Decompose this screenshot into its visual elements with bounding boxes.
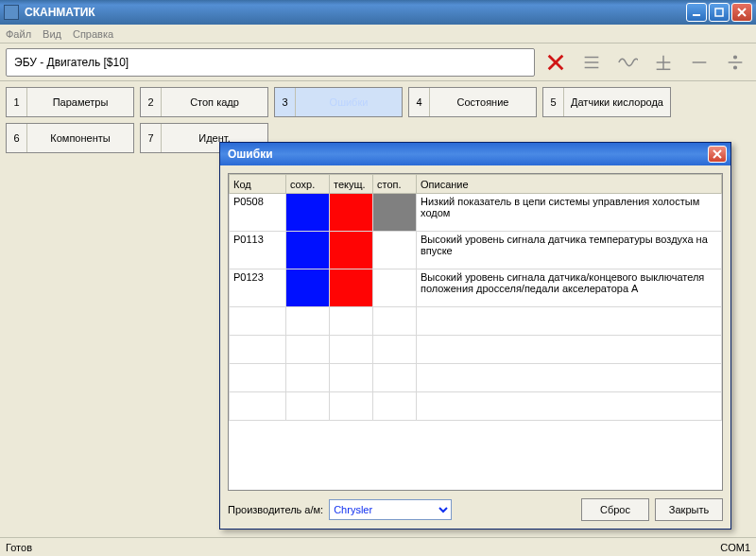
maximize-button[interactable] [709,3,730,22]
tab-parameters[interactable]: 1 Параметры [6,87,134,117]
app-icon [4,5,19,20]
svg-point-15 [734,66,737,69]
cell-code: P0113 [230,232,286,269]
cell-desc: Высокий уровень сигнала датчика температ… [417,232,722,269]
cell-current [330,194,373,232]
errors-dialog: Ошибки Код сохр. текущ. стоп. Описание [219,142,731,530]
tab-freeze-frame[interactable]: 2 Стоп кадр [140,87,268,117]
menubar: Файл Вид Справка [0,25,756,43]
menu-file[interactable]: Файл [6,28,31,40]
close-button[interactable] [731,3,752,22]
toolbar: ЭБУ - Двигатель [$10] [0,43,756,81]
errors-grid[interactable]: Код сохр. текущ. стоп. Описание P0508Низ… [228,173,723,491]
app-title: СКАНМАТИК [25,6,95,19]
col-current[interactable]: текущ. [330,175,373,194]
manufacturer-select[interactable]: Chrysler [329,499,452,520]
dialog-close-button[interactable] [708,146,727,163]
manufacturer-label: Производитель а/м: [228,504,323,515]
dialog-bottom-bar: Производитель а/м: Chrysler Сброс Закрыт… [228,491,723,521]
minimize-button[interactable] [686,3,707,22]
cell-current [330,232,373,269]
toolbar-list-icon[interactable] [576,48,607,77]
table-row[interactable]: P0113Высокий уровень сигнала датчика тем… [230,232,722,269]
status-right: COM1 [720,542,750,553]
toolbar-plus-icon[interactable] [648,48,679,77]
cell-stored [286,194,330,232]
menu-help[interactable]: Справка [73,28,113,40]
cell-code: P0123 [230,269,286,307]
tab-errors[interactable]: 3 Ошибки [274,87,403,117]
col-desc[interactable]: Описание [417,175,722,194]
toolbar-divide-icon[interactable] [720,48,750,77]
cell-current [330,269,373,307]
cell-stop [373,232,417,269]
tab-state[interactable]: 4 Состояние [408,87,537,117]
path-text: ЭБУ - Двигатель [$10] [14,56,129,69]
svg-point-14 [734,56,737,59]
menu-view[interactable]: Вид [43,28,61,40]
toolbar-minus-icon[interactable] [684,48,714,77]
cell-stop [373,269,417,307]
col-code[interactable]: Код [230,175,286,194]
path-field[interactable]: ЭБУ - Двигатель [$10] [6,48,535,77]
toolbar-wave-icon[interactable] [612,48,643,77]
col-stored[interactable]: сохр. [286,175,330,194]
table-row[interactable] [230,392,722,421]
tab-o2-sensors[interactable]: 5 Датчики кислорода [542,87,671,117]
main-titlebar: СКАНМАТИК [0,0,756,25]
dialog-titlebar: Ошибки [220,143,730,165]
col-stop[interactable]: стоп. [373,175,417,194]
table-row[interactable] [230,364,722,392]
table-row[interactable] [230,307,722,336]
cell-desc: Высокий уровень сигнала датчика/концевог… [417,269,722,307]
dialog-title: Ошибки [228,148,273,161]
cell-desc: Низкий показатель в цепи системы управле… [417,194,722,232]
cell-code: P0508 [230,194,286,232]
table-row[interactable]: P0123Высокий уровень сигнала датчика/кон… [230,269,722,307]
cell-stop [373,194,417,232]
close-dialog-button[interactable]: Закрыть [655,498,723,521]
table-row[interactable] [230,336,722,364]
svg-rect-1 [715,9,723,16]
reset-button[interactable]: Сброс [581,498,649,521]
table-row[interactable]: P0508Низкий показатель в цепи системы уп… [230,194,722,232]
statusbar: Готов COM1 [0,537,756,556]
cell-stored [286,232,330,269]
toolbar-cancel-button[interactable] [541,48,571,77]
cell-stored [286,269,330,307]
tab-components[interactable]: 6 Компоненты [6,123,134,153]
status-left: Готов [6,542,32,553]
